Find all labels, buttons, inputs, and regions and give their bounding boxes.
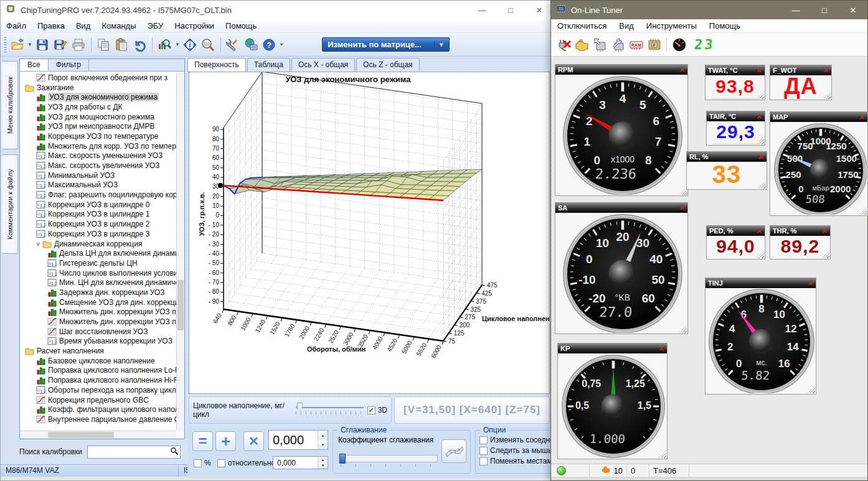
print-icon[interactable]	[70, 36, 87, 54]
tree-item[interactable]: Зажигание	[20, 83, 176, 93]
right-titlebar[interactable]: On-Line Tuner — □ ✕	[551, 1, 867, 19]
edit-by-matrix-dropdown[interactable]: Изменить по матрице...▼	[322, 37, 450, 52]
tree-item[interactable]: =1.2Флаг: разрешить поцилиндровую корр	[20, 190, 176, 200]
save-icon[interactable]	[34, 36, 51, 54]
close-icon[interactable]: ✕	[758, 153, 764, 161]
tree-item[interactable]: Коррекция УОЗ по температуре	[20, 131, 176, 141]
tree-item[interactable]: Шаг восстановления УОЗ	[20, 327, 176, 337]
menu-item[interactable]: ЭБУ	[142, 20, 169, 32]
sidebar-tab-file-comments[interactable]: Комментарии к файлу	[2, 154, 18, 254]
help-icon[interactable]: ?	[261, 36, 278, 54]
menu-item[interactable]: Правка	[32, 20, 70, 32]
tree-item[interactable]: УОЗ для экономичного режима	[20, 92, 176, 102]
close-icon[interactable]: ✕	[808, 279, 813, 287]
set-equal-button[interactable]: =	[192, 431, 213, 451]
flash-chip-icon[interactable]: F	[646, 36, 663, 54]
tree-item[interactable]: Поправка циклового наполнения Lo-RP	[20, 366, 176, 376]
tree-item[interactable]: Коэфф. фильтрации циклового наполн	[20, 404, 176, 414]
multiply-button[interactable]: ✕	[243, 431, 264, 451]
tree-tab[interactable]: Фильтр	[49, 59, 89, 71]
tree-item[interactable]: =1.2Число циклов выполнения условия	[20, 268, 176, 278]
tree-item[interactable]: =1.2Коррекция УОЗ в цилиндре 0	[20, 200, 176, 210]
tree-item[interactable]: =1.2Мин. ЦН для включения динамичес	[20, 278, 176, 287]
close-icon[interactable]: ✕	[659, 345, 664, 353]
toolbar-overflow-icon[interactable]: ⏷	[280, 42, 283, 48]
open-dropdown-icon[interactable]: ▼	[27, 42, 32, 47]
checkbox-relative[interactable]: относительно	[217, 459, 275, 467]
maximize-button[interactable]: □	[496, 1, 525, 19]
checkbox-percent[interactable]: %	[194, 459, 211, 467]
slider-thumb[interactable]	[297, 403, 303, 412]
tree-item[interactable]: =1.2Коррекция УОЗ в цилиндре 3	[20, 229, 176, 239]
tree-item[interactable]: Смещение УОЗ для дин. коррекци	[20, 297, 176, 307]
minimize-button[interactable]: —	[468, 1, 496, 19]
tree-item[interactable]: УОЗ при неисправности ДМРВ	[20, 121, 176, 131]
close-button[interactable]: ✕	[525, 1, 554, 19]
tree-item[interactable]: Множитель дин. коррекции УОЗ по	[20, 317, 176, 327]
menu-item[interactable]: Вид	[70, 20, 97, 32]
read-chip-icon[interactable]	[592, 36, 608, 54]
tree-item[interactable]: Порог включения обеднения при з	[20, 73, 176, 83]
relative-value-spinner[interactable]: 0,000▲▼	[273, 456, 328, 469]
tree-item[interactable]: Множитель дин. коррекции УОЗ по	[20, 307, 176, 317]
sidebar-tab-calibration-menu[interactable]: Меню калибровок	[2, 61, 18, 149]
tree-item[interactable]: =1.2Максимальный УОЗ	[20, 180, 176, 190]
checkbox-3d[interactable]: ✓3D	[367, 406, 387, 414]
minimize-button[interactable]: —	[781, 1, 810, 19]
ram-icon[interactable]: RAM	[628, 36, 644, 54]
tree-item[interactable]: =1.2Время убывания коррекции УОЗ	[20, 337, 176, 347]
tree-item[interactable]: УОЗ для работы с ДК	[20, 102, 176, 112]
tree-item[interactable]: Базовое цикловое наполнение	[20, 356, 176, 366]
tree-item[interactable]: Коррекция предельного GBC	[20, 395, 176, 405]
tree-tab[interactable]: Все	[20, 59, 49, 71]
menu-item[interactable]: Команды	[96, 20, 141, 32]
tree-item[interactable]: =1.2Коррекция УОЗ в цилиндре 2	[20, 219, 176, 229]
info-icon[interactable]: i	[182, 36, 199, 54]
menu-item[interactable]: Отключиться	[551, 20, 613, 32]
menu-item[interactable]: Помощь	[703, 20, 747, 32]
smooth-surface-button[interactable]	[441, 439, 466, 463]
tree-item[interactable]: Расчет наполнения	[20, 346, 176, 356]
tree-item[interactable]: Множитель для корр. УОЗ по температ	[20, 141, 176, 151]
maximize-button[interactable]: □	[810, 1, 839, 19]
close-icon[interactable]: ✕	[757, 67, 762, 75]
gauges-icon[interactable]	[671, 36, 687, 54]
tree-item[interactable]: Поправка циклового наполнения Hi-RPI	[20, 375, 176, 385]
tree-item[interactable]: =1.2Макс. скорость увеличения УОЗ	[20, 161, 176, 170]
surface-chart[interactable]: - 90- 80- 70- 60- 50- 40- 30- 20- 100102…	[189, 72, 550, 394]
menu-item[interactable]: Инструменты	[640, 20, 703, 32]
tree-item[interactable]: =1.2Минимальный УОЗ	[20, 170, 176, 180]
tree-item[interactable]: =1.2Обороты перехода на поправку цикло	[20, 385, 176, 395]
copy-icon[interactable]	[95, 36, 112, 54]
tree-item[interactable]: Внутреннее парциальное давление ОГ	[20, 414, 176, 424]
chart-tab[interactable]: Ось X - общая	[291, 58, 355, 72]
menu-item[interactable]: Вид	[613, 20, 640, 32]
tree-item[interactable]: Задержка дин. коррекции УОЗ	[20, 287, 176, 297]
close-icon[interactable]: ✕	[823, 67, 829, 75]
search-input[interactable]	[87, 446, 181, 459]
close-icon[interactable]: ✕	[679, 204, 685, 212]
chart-view-dropdown-icon[interactable]: ▼	[175, 42, 180, 47]
left-titlebar[interactable]: ChipTuningPRO ver.7.2024.93.4962 - I575M…	[1, 1, 554, 19]
tree-vertical-scrollbar[interactable]	[176, 72, 184, 431]
tree-item[interactable]: ∨Динамическая коррекция	[20, 239, 176, 249]
menu-item[interactable]: Файл	[1, 20, 32, 32]
tree-item[interactable]: =1.2Гистерезис дельты ЦН	[20, 258, 176, 268]
undo-icon[interactable]	[131, 36, 148, 54]
tree-item[interactable]: УОЗ для мощностного режима	[20, 112, 176, 122]
add-button[interactable]: +	[215, 431, 236, 451]
close-button[interactable]: ✕	[839, 1, 867, 19]
compare-icon[interactable]: 110	[200, 36, 217, 54]
tree-horizontal-scrollbar[interactable]	[20, 431, 176, 439]
disconnect-icon[interactable]	[555, 36, 572, 54]
close-icon[interactable]: ✕	[859, 113, 865, 121]
chart-tab[interactable]: Таблица	[247, 58, 290, 72]
engine-icon[interactable]	[573, 36, 590, 54]
search-icon[interactable]	[170, 447, 179, 457]
close-icon[interactable]: ✕	[757, 113, 762, 121]
menu-item[interactable]: Настройки	[169, 20, 220, 32]
smoothing-slider[interactable]	[338, 453, 438, 467]
menu-item[interactable]: Помощь	[220, 20, 262, 32]
online-icon[interactable]	[243, 36, 260, 54]
paste-icon[interactable]	[113, 36, 130, 54]
